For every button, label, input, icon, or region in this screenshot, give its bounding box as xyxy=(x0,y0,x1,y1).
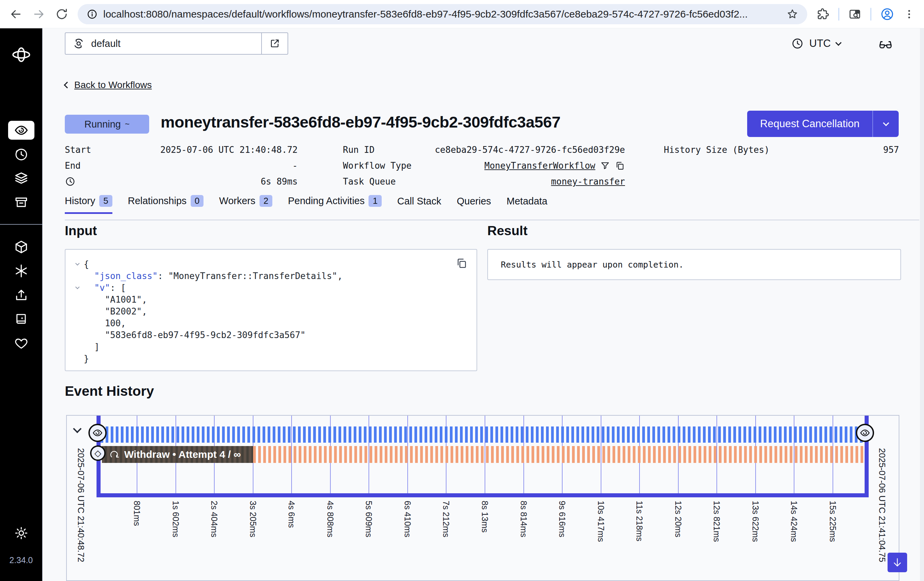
import-icon[interactable] xyxy=(14,288,29,303)
namespace-name: default xyxy=(91,38,120,49)
tick-label: 6s 410ms xyxy=(402,501,412,580)
profile-icon[interactable] xyxy=(880,7,894,21)
back-to-workflows-link[interactable]: Back to Workflows xyxy=(65,79,152,91)
theme-sun-icon[interactable] xyxy=(14,526,29,540)
start-label: Start xyxy=(65,145,91,155)
event-history-timeline[interactable]: Withdraw • Attempt 4 / ∞ ◇ 2025-07-06 UT… xyxy=(66,415,899,581)
workflow-end-badge[interactable] xyxy=(856,424,874,442)
layers-icon[interactable] xyxy=(13,170,29,186)
result-heading: Result xyxy=(487,223,528,238)
version-label: 2.34.0 xyxy=(0,555,42,565)
task-queue-link[interactable]: money-transfer xyxy=(551,177,625,187)
timezone-label: UTC xyxy=(809,38,831,50)
tick-label: 13s 622ms xyxy=(750,501,760,580)
extensions-icon[interactable] xyxy=(816,7,830,21)
browser-reload-icon[interactable] xyxy=(54,7,69,21)
external-link-icon xyxy=(269,38,280,49)
chevron-down-icon xyxy=(883,120,889,126)
tick-label: 9s 616ms xyxy=(557,501,567,580)
copy-icon[interactable] xyxy=(455,257,468,269)
tab-history[interactable]: History5 xyxy=(65,195,112,214)
activity-retry-track[interactable] xyxy=(253,446,865,463)
tick-label: 4s 808ms xyxy=(325,501,335,580)
code-line: "A1001", xyxy=(71,294,471,306)
code-line: } xyxy=(71,353,471,365)
end-value: - xyxy=(292,161,298,171)
namespace-current[interactable]: default xyxy=(66,33,261,54)
status-badge[interactable]: Running ~ xyxy=(65,115,149,134)
tick-label: 11s 218ms xyxy=(634,501,644,580)
feedback-heart-icon[interactable] xyxy=(14,336,29,351)
code-line: 100, xyxy=(71,317,471,329)
code-line: { xyxy=(71,258,471,270)
workflow-start-badge[interactable] xyxy=(88,424,107,442)
collapse-chevron-icon[interactable] xyxy=(75,261,80,266)
browser-menu-icon[interactable] xyxy=(903,8,915,20)
browser-toolbar: localhost:8080/namespaces/default/workfl… xyxy=(0,0,924,28)
tab-call-stack[interactable]: Call Stack xyxy=(397,196,441,214)
scrollbar[interactable] xyxy=(920,28,924,581)
tab-queries[interactable]: Queries xyxy=(457,196,492,214)
url-bar[interactable]: localhost:8080/namespaces/default/workfl… xyxy=(78,4,807,24)
side-panel-search-icon[interactable] xyxy=(848,7,861,21)
collapse-chevron-icon[interactable] xyxy=(75,285,80,289)
request-cancellation-label[interactable]: Request Cancellation xyxy=(747,111,872,137)
tick-label: 12s 821ms xyxy=(711,501,721,580)
namespace-open-button[interactable] xyxy=(261,33,287,54)
filter-icon[interactable] xyxy=(600,161,610,171)
history-size-label: History Size (Bytes) xyxy=(664,145,769,155)
docs-icon[interactable] xyxy=(14,312,29,327)
nexus-icon[interactable] xyxy=(13,263,29,279)
workflow-type-link[interactable]: MoneyTransferWorkflow xyxy=(484,161,595,171)
activity-bar[interactable]: Withdraw • Attempt 4 / ∞ xyxy=(102,446,253,463)
back-link-label: Back to Workflows xyxy=(74,79,152,91)
browser-back-icon[interactable] xyxy=(9,7,23,21)
workflow-eye-icon xyxy=(92,427,103,438)
scroll-to-bottom-button[interactable] xyxy=(888,553,907,572)
tab-pending-activities[interactable]: Pending Activities1 xyxy=(288,195,382,214)
browser-forward-icon[interactable] xyxy=(32,7,46,21)
bookmark-star-icon[interactable] xyxy=(786,8,799,20)
tab-label: Pending Activities xyxy=(288,195,365,206)
request-cancellation-button[interactable]: Request Cancellation xyxy=(747,111,899,137)
tab-workers[interactable]: Workers2 xyxy=(219,195,272,214)
toolbar-divider xyxy=(838,8,839,21)
schedules-icon[interactable] xyxy=(14,147,29,162)
archive-icon[interactable] xyxy=(14,195,29,210)
workflow-eye-icon xyxy=(860,427,870,438)
tab-label: Workers xyxy=(219,195,255,206)
event-history-heading: Event History xyxy=(65,383,154,399)
activity-badge[interactable]: ◇ xyxy=(90,446,106,461)
task-queue-label: Task Queue xyxy=(343,177,396,187)
sidebar-item-workflows[interactable] xyxy=(8,121,35,140)
cancellation-menu-button[interactable] xyxy=(872,111,899,137)
tab-label: History xyxy=(65,195,95,206)
workflow-events-track[interactable] xyxy=(101,426,865,443)
temporal-logo[interactable] xyxy=(12,45,31,64)
workflows-eye-icon xyxy=(14,123,29,138)
labs-glasses-icon[interactable] xyxy=(878,36,893,51)
tick-label: 12s 20ms xyxy=(673,501,683,580)
duration-value: 6s 89ms xyxy=(261,177,298,187)
copy-icon[interactable] xyxy=(615,161,625,171)
collapse-chevron-icon[interactable] xyxy=(73,424,81,433)
tab-label: Metadata xyxy=(507,196,548,207)
site-info-icon[interactable] xyxy=(86,8,98,20)
tick-label: 5s 609ms xyxy=(363,501,374,580)
timeline-end-timestamp: 2025-07-06 UTC 21:41:04.75 xyxy=(877,448,887,562)
tab-relationships[interactable]: Relationships0 xyxy=(128,195,204,214)
tabs-divider xyxy=(65,220,919,220)
workflow-type-label: Workflow Type xyxy=(343,161,412,171)
tab-count-badge: 1 xyxy=(368,195,381,207)
chevron-down-icon xyxy=(835,40,842,46)
tick-label: 801ms xyxy=(132,501,142,580)
timezone-selector[interactable]: UTC xyxy=(791,32,841,54)
end-label: End xyxy=(65,161,81,171)
batch-operations-icon[interactable] xyxy=(13,239,29,255)
tab-metadata[interactable]: Metadata xyxy=(507,196,548,214)
namespace-selector[interactable]: default xyxy=(65,32,288,54)
result-panel: Results will appear upon completion. xyxy=(487,249,901,280)
input-json-panel: { "json_class": "MoneyTransfer::Transfer… xyxy=(65,249,477,371)
tick-label: 14s 424ms xyxy=(789,501,799,580)
code-line: "B2002", xyxy=(71,306,471,317)
